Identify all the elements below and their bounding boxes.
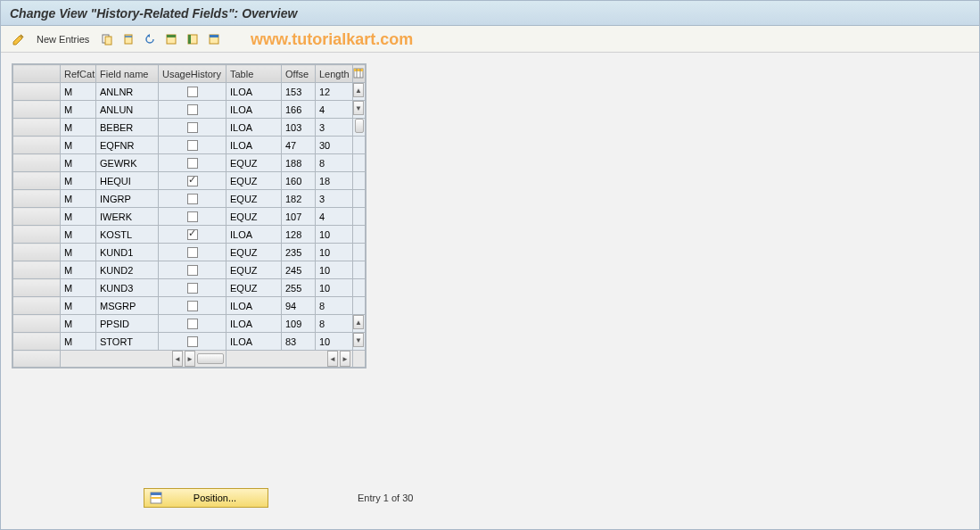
row-selector[interactable] bbox=[13, 297, 61, 315]
cell-length[interactable]: 8 bbox=[316, 315, 353, 333]
cell-table[interactable]: EQUZ bbox=[226, 190, 282, 208]
vscroll-up-button[interactable]: ▲ bbox=[353, 83, 364, 97]
cell-table[interactable]: EQUZ bbox=[226, 261, 282, 279]
vscroll-track[interactable] bbox=[353, 244, 366, 261]
vscroll-track[interactable] bbox=[353, 226, 366, 244]
cell-length[interactable]: 3 bbox=[316, 119, 353, 137]
vscroll-down-button[interactable]: ▼ bbox=[353, 101, 364, 115]
cell-offset[interactable]: 109 bbox=[282, 315, 316, 333]
usagehistory-checkbox[interactable] bbox=[187, 176, 198, 186]
cell-offset[interactable]: 47 bbox=[282, 137, 316, 154]
cell-table[interactable]: EQUZ bbox=[226, 154, 282, 172]
cell-refcat[interactable]: M bbox=[61, 83, 96, 101]
cell-offset[interactable]: 103 bbox=[282, 119, 316, 137]
row-selector-header[interactable] bbox=[13, 65, 61, 83]
usagehistory-checkbox[interactable] bbox=[187, 283, 198, 294]
cell-fieldname[interactable]: BEBER bbox=[96, 119, 159, 137]
cell-offset[interactable]: 107 bbox=[282, 208, 316, 226]
cell-refcat[interactable]: M bbox=[61, 279, 96, 297]
row-selector[interactable] bbox=[13, 315, 61, 333]
row-selector[interactable] bbox=[13, 333, 61, 351]
vscroll-track[interactable] bbox=[353, 190, 366, 208]
usagehistory-checkbox[interactable] bbox=[187, 301, 198, 311]
cell-fieldname[interactable]: HEQUI bbox=[96, 172, 159, 190]
cell-length[interactable]: 18 bbox=[316, 172, 353, 190]
cell-table[interactable]: EQUZ bbox=[226, 208, 282, 226]
hscroll-left-button-2[interactable]: ◄ bbox=[327, 351, 338, 367]
cell-refcat[interactable]: M bbox=[61, 190, 96, 208]
cell-fieldname[interactable]: MSGRP bbox=[96, 297, 159, 315]
vscroll-thumb[interactable] bbox=[355, 119, 364, 133]
usagehistory-checkbox[interactable] bbox=[187, 87, 198, 97]
cell-length[interactable]: 12 bbox=[316, 83, 353, 101]
cell-table[interactable]: ILOA bbox=[226, 315, 282, 333]
cell-offset[interactable]: 255 bbox=[282, 279, 316, 297]
cell-offset[interactable]: 182 bbox=[282, 190, 316, 208]
row-selector[interactable] bbox=[13, 226, 61, 244]
hscroll-right-button[interactable]: ► bbox=[185, 351, 195, 367]
vscroll-track[interactable] bbox=[353, 208, 366, 226]
vscroll-track[interactable] bbox=[353, 297, 366, 315]
cell-table[interactable]: ILOA bbox=[226, 297, 282, 315]
deselect-all-icon[interactable] bbox=[205, 30, 223, 48]
delete-icon[interactable] bbox=[119, 30, 137, 48]
cell-refcat[interactable]: M bbox=[61, 172, 96, 190]
usagehistory-checkbox[interactable] bbox=[187, 229, 198, 240]
position-button[interactable]: Position... bbox=[144, 488, 268, 508]
cell-length[interactable]: 4 bbox=[316, 101, 353, 119]
cell-fieldname[interactable]: EQFNR bbox=[96, 137, 159, 154]
cell-table[interactable]: EQUZ bbox=[226, 279, 282, 297]
select-block-icon[interactable] bbox=[184, 30, 202, 48]
cell-offset[interactable]: 83 bbox=[282, 333, 316, 351]
select-all-icon[interactable] bbox=[162, 30, 180, 48]
cell-offset[interactable]: 245 bbox=[282, 261, 316, 279]
row-selector[interactable] bbox=[13, 154, 61, 172]
cell-length[interactable]: 4 bbox=[316, 208, 353, 226]
row-selector[interactable] bbox=[13, 172, 61, 190]
cell-length[interactable]: 10 bbox=[316, 279, 353, 297]
cell-fieldname[interactable]: STORT bbox=[96, 333, 159, 351]
cell-offset[interactable]: 188 bbox=[282, 154, 316, 172]
cell-table[interactable]: ILOA bbox=[226, 83, 282, 101]
usagehistory-checkbox[interactable] bbox=[187, 336, 198, 347]
cell-fieldname[interactable]: KOSTL bbox=[96, 226, 159, 244]
cell-table[interactable]: ILOA bbox=[226, 137, 282, 154]
col-header-refcat[interactable]: RefCat bbox=[61, 65, 96, 83]
cell-length[interactable]: 8 bbox=[316, 297, 353, 315]
cell-length[interactable]: 10 bbox=[316, 333, 353, 351]
row-selector[interactable] bbox=[13, 83, 61, 101]
cell-fieldname[interactable]: KUND1 bbox=[96, 244, 159, 261]
cell-fieldname[interactable]: KUND2 bbox=[96, 261, 159, 279]
cell-fieldname[interactable]: GEWRK bbox=[96, 154, 159, 172]
cell-refcat[interactable]: M bbox=[61, 297, 96, 315]
cell-table[interactable]: EQUZ bbox=[226, 244, 282, 261]
row-selector[interactable] bbox=[13, 261, 61, 279]
vscroll-down-button-2[interactable]: ▼ bbox=[353, 333, 364, 347]
row-selector[interactable] bbox=[13, 190, 61, 208]
cell-refcat[interactable]: M bbox=[61, 244, 96, 261]
col-header-usagehistory[interactable]: UsageHistory bbox=[159, 65, 226, 83]
cell-offset[interactable]: 166 bbox=[282, 101, 316, 119]
cell-length[interactable]: 10 bbox=[316, 261, 353, 279]
cell-length[interactable]: 8 bbox=[316, 154, 353, 172]
toggle-display-change-icon[interactable] bbox=[10, 30, 28, 48]
hscroll-left-button[interactable]: ◄ bbox=[172, 351, 183, 367]
cell-table[interactable]: ILOA bbox=[226, 101, 282, 119]
vscroll-track[interactable] bbox=[353, 172, 366, 190]
usagehistory-checkbox[interactable] bbox=[187, 104, 198, 115]
hscroll-right-button-2[interactable]: ► bbox=[340, 351, 350, 367]
cell-fieldname[interactable]: IWERK bbox=[96, 208, 159, 226]
row-selector[interactable] bbox=[13, 244, 61, 261]
usagehistory-checkbox[interactable] bbox=[187, 211, 198, 222]
row-selector[interactable] bbox=[13, 119, 61, 137]
cell-refcat[interactable]: M bbox=[61, 137, 96, 154]
cell-length[interactable]: 10 bbox=[316, 244, 353, 261]
cell-length[interactable]: 3 bbox=[316, 190, 353, 208]
cell-table[interactable]: ILOA bbox=[226, 119, 282, 137]
usagehistory-checkbox[interactable] bbox=[187, 122, 198, 133]
cell-offset[interactable]: 94 bbox=[282, 297, 316, 315]
new-entries-button[interactable]: New Entries bbox=[31, 34, 95, 45]
vscroll-track[interactable] bbox=[353, 279, 366, 297]
usagehistory-checkbox[interactable] bbox=[187, 319, 198, 329]
cell-refcat[interactable]: M bbox=[61, 333, 96, 351]
